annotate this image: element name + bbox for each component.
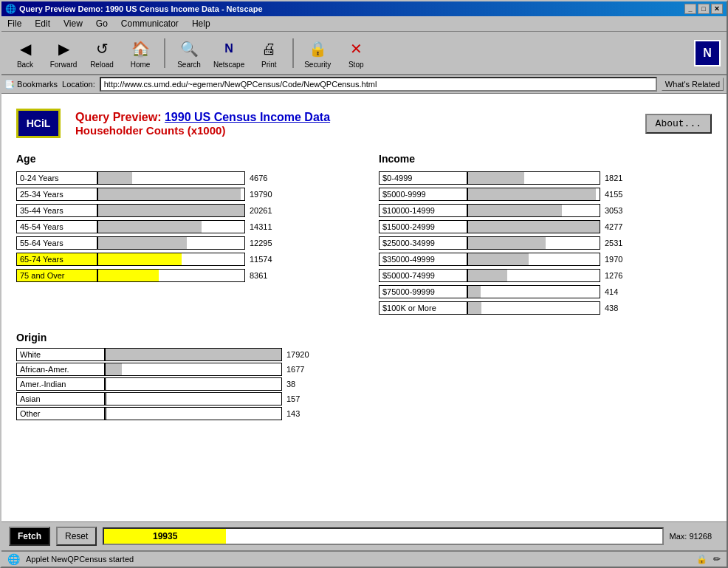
whats-related-button[interactable]: What's Related [662,78,724,91]
about-button[interactable]: About... [645,114,712,134]
origin-row-white: White 17920 [16,348,712,361]
income-row-1: $5000-9999 4155 [379,187,712,202]
fetch-button[interactable]: Fetch [9,527,50,546]
age-bar-2[interactable] [97,204,245,217]
income-label-3[interactable]: $15000-24999 [379,220,467,233]
income-label-5[interactable]: $35000-49999 [379,253,467,266]
print-button[interactable]: 🖨 Print [251,35,286,71]
income-row-5: $35000-49999 1970 [379,252,712,267]
income-bar-7[interactable] [467,285,600,298]
income-bar-5[interactable] [467,253,600,266]
result-bar-fill: 19935 [104,529,226,544]
title-link[interactable]: 1990 US Census Income Data [165,111,330,123]
income-label-6[interactable]: $50000-74999 [379,269,467,282]
age-row-2: 35-44 Years 20261 [16,203,349,218]
reset-button[interactable]: Reset [56,527,97,546]
income-bar-1[interactable] [467,188,600,201]
age-row-4: 55-64 Years 12295 [16,236,349,250]
income-value-7: 414 [605,287,618,296]
age-label-1[interactable]: 25-34 Years [16,188,97,201]
age-label-4[interactable]: 55-64 Years [16,236,97,250]
origin-row-african: African-Amer. 1677 [16,363,712,376]
origin-bar-other[interactable] [105,407,282,420]
origin-label-other[interactable]: Other [16,407,105,420]
reload-label: Reload [90,61,114,69]
menu-communicator[interactable]: Communicator [118,18,182,30]
title-bar-left: 🌐 Query Preview Demo: 1990 US Census Inc… [5,4,263,14]
income-value-3: 4277 [605,222,622,231]
forward-button[interactable]: ▶ Forward [46,35,81,71]
income-bar-6[interactable] [467,269,600,282]
income-section: Income $0-4999 1821 $5000-9999 4155 [379,153,712,317]
income-label-7[interactable]: $75000-99999 [379,285,467,298]
age-label-2[interactable]: 35-44 Years [16,204,97,217]
toolbar-separator-1 [164,38,165,68]
location-bar: 📑 Bookmarks Location: What's Related [1,75,727,94]
reload-button[interactable]: ↺ Reload [84,35,120,71]
age-bar-6[interactable] [97,269,245,282]
search-button[interactable]: 🔍 Search [171,35,207,71]
age-bar-3[interactable] [97,220,245,233]
home-button[interactable]: 🏠 Home [123,35,158,71]
income-label-8[interactable]: $100K or More [379,301,467,315]
menu-go[interactable]: Go [93,18,111,30]
age-label-5[interactable]: 65-74 Years [16,253,97,266]
page-title: Query Preview: 1990 US Census Income Dat… [75,111,631,137]
bookmarks-link[interactable]: 📑 Bookmarks [4,80,58,89]
netscape-button[interactable]: N Netscape [210,35,248,71]
age-label-6[interactable]: 75 and Over [16,269,97,282]
location-input[interactable] [100,77,657,92]
search-label: Search [177,61,201,69]
origin-bar-african[interactable] [105,363,282,376]
forward-label: Forward [50,61,78,69]
max-label: Max: 91268 [670,532,712,541]
age-bar-1[interactable] [97,188,245,201]
income-label-0[interactable]: $0-4999 [379,171,467,185]
income-bar-8[interactable] [467,301,600,315]
stop-label: Stop [348,61,364,69]
income-row-6: $50000-74999 1276 [379,268,712,283]
origin-label-white[interactable]: White [16,348,105,361]
back-button[interactable]: ◀ Back [7,35,43,71]
income-label-2[interactable]: $10000-14999 [379,204,467,217]
origin-bar-asian[interactable] [105,392,282,406]
menu-edit[interactable]: Edit [32,18,53,30]
age-label-3[interactable]: 45-54 Years [16,220,97,233]
origin-bar-white[interactable] [105,348,282,361]
stop-button[interactable]: ✕ Stop [338,35,374,71]
origin-label-african[interactable]: African-Amer. [16,363,105,376]
income-bar-3[interactable] [467,220,600,233]
origin-bar-indian[interactable] [105,377,282,391]
maximize-button[interactable]: □ [698,4,710,14]
age-row-0: 0-24 Years 4676 [16,171,349,185]
close-button[interactable]: ✕ [711,4,723,14]
menu-file[interactable]: File [4,18,24,30]
income-bar-4[interactable] [467,236,600,250]
age-bar-0[interactable] [97,171,245,185]
print-label: Print [261,61,277,69]
minimize-button[interactable]: _ [684,4,696,14]
income-row-3: $15000-24999 4277 [379,219,712,234]
origin-label-indian[interactable]: Amer.-Indian [16,377,105,391]
income-bar-2[interactable] [467,204,600,217]
origin-value-asian: 157 [286,394,300,403]
income-row-4: $25000-34999 2531 [379,236,712,250]
income-title: Income [379,153,712,165]
age-title: Age [16,153,349,165]
home-label: Home [131,61,151,69]
income-bar-0[interactable] [467,171,600,185]
origin-label-asian[interactable]: Asian [16,392,105,406]
age-row-6: 75 and Over 8361 [16,268,349,283]
menu-view[interactable]: View [61,18,86,30]
age-bar-4[interactable] [97,236,245,250]
age-value-0: 4676 [250,174,267,182]
security-button[interactable]: 🔒 Security [300,35,335,71]
income-label-1[interactable]: $5000-9999 [379,188,467,201]
origin-row-indian: Amer.-Indian 38 [16,377,712,391]
age-label-0[interactable]: 0-24 Years [16,171,97,185]
origin-title: Origin [16,332,712,343]
result-value: 19935 [153,531,177,541]
menu-help[interactable]: Help [189,18,213,30]
income-label-4[interactable]: $25000-34999 [379,236,467,250]
age-bar-5[interactable] [97,253,245,266]
